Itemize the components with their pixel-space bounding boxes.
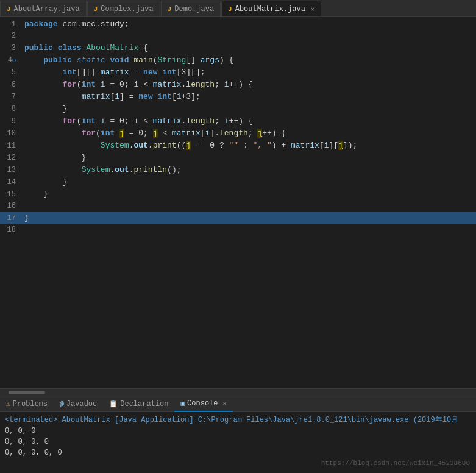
line-number-6: 6 bbox=[0, 79, 22, 91]
line-content-5: int[][] matrix = new int[3][]; bbox=[22, 66, 205, 78]
btab-close-console[interactable]: ✕ bbox=[223, 400, 227, 407]
btab-icon-problems: ⚠ bbox=[6, 400, 10, 408]
line-number-3: 3 bbox=[0, 43, 22, 54]
line-number-12: 12 bbox=[0, 152, 22, 164]
line-content-3: public class AboutMatrix { bbox=[22, 42, 148, 54]
line-content-1: package com.mec.study; bbox=[22, 18, 129, 30]
code-editor[interactable]: 1package com.mec.study;23public class Ab… bbox=[0, 17, 476, 388]
code-line-1: 1package com.mec.study; bbox=[0, 18, 476, 30]
code-line-10: 10 for(int j = 0; j < matrix[i].length; … bbox=[0, 127, 476, 140]
code-line-12: 12 } bbox=[0, 152, 476, 164]
code-line-15: 15 } bbox=[0, 188, 476, 201]
code-line-16: 16 bbox=[0, 201, 476, 212]
code-line-18: 18 bbox=[0, 224, 476, 236]
tab-label-aboutmatrix: AboutMatrix.java bbox=[235, 5, 305, 13]
console-output-line-0: 0, 0, 0 bbox=[5, 425, 471, 436]
btab-problems[interactable]: ⚠Problems bbox=[0, 396, 54, 412]
code-line-2: 2 bbox=[0, 30, 476, 42]
code-line-4: 4⊖ public static void main(String[] args… bbox=[0, 54, 476, 66]
btab-icon-javadoc: @ bbox=[60, 400, 64, 408]
tab-demo[interactable]: JDemo.java bbox=[161, 1, 221, 16]
line-number-5: 5 bbox=[0, 67, 22, 79]
code-line-11: 11 System.out.print((j == 0 ? "" : ", ")… bbox=[0, 140, 476, 152]
console-terminated-line: <terminated> AboutMatrix [Java Applicati… bbox=[5, 414, 471, 425]
btab-label-console: Console bbox=[187, 399, 218, 408]
tab-bar: JAboutArray.javaJComplex.javaJDemo.javaJ… bbox=[0, 0, 476, 17]
line-number-14: 14 bbox=[0, 177, 22, 188]
line-number-10: 10 bbox=[0, 128, 22, 140]
code-line-14: 14 } bbox=[0, 176, 476, 188]
line-content-10: for(int j = 0; j < matrix[i].length; j++… bbox=[22, 127, 286, 139]
tab-icon-demo: J bbox=[168, 5, 172, 13]
line-content-8: } bbox=[22, 103, 67, 115]
line-number-4: 4⊖ bbox=[0, 55, 22, 66]
line-number-18: 18 bbox=[0, 224, 22, 236]
line-content-12: } bbox=[22, 152, 86, 163]
tab-label-demo: Demo.java bbox=[174, 5, 214, 13]
line-content-17: } bbox=[22, 212, 29, 224]
code-line-17: 17} bbox=[0, 212, 476, 224]
line-number-17: 17 bbox=[0, 213, 22, 224]
tab-aboutarray[interactable]: JAboutArray.java bbox=[0, 1, 87, 16]
line-content-13: System.out.println(); bbox=[22, 164, 181, 176]
line-content-14: } bbox=[22, 176, 67, 188]
line-content-4: public static void main(String[] args) { bbox=[22, 54, 233, 66]
code-line-9: 9 for(int i = 0; i < matrix.length; i++)… bbox=[0, 115, 476, 127]
line-number-16: 16 bbox=[0, 201, 22, 212]
line-number-15: 15 bbox=[0, 189, 22, 201]
line-number-7: 7 bbox=[0, 91, 22, 103]
tab-label-complex: Complex.java bbox=[101, 5, 153, 13]
btab-icon-console: ▣ bbox=[180, 399, 185, 407]
bottom-tab-bar: ⚠Problems@Javadoc📋Declaration▣Console✕ bbox=[0, 396, 476, 412]
horizontal-scrollbar[interactable] bbox=[0, 388, 476, 396]
btab-declaration[interactable]: 📋Declaration bbox=[103, 396, 174, 412]
code-line-5: 5 int[][] matrix = new int[3][]; bbox=[0, 66, 476, 79]
line-number-2: 2 bbox=[0, 30, 22, 42]
line-content-7: matrix[i] = new int[i+3]; bbox=[22, 91, 201, 102]
code-line-8: 8 } bbox=[0, 103, 476, 115]
line-number-1: 1 bbox=[0, 19, 22, 30]
code-line-7: 7 matrix[i] = new int[i+3]; bbox=[0, 91, 476, 103]
code-line-3: 3public class AboutMatrix { bbox=[0, 42, 476, 54]
watermark: https://blog.csdn.net/weixin_45238600 bbox=[321, 460, 470, 467]
tab-label-aboutarray: AboutArray.java bbox=[14, 5, 80, 13]
line-number-9: 9 bbox=[0, 116, 22, 127]
line-number-13: 13 bbox=[0, 165, 22, 176]
console-output-line-1: 0, 0, 0, 0 bbox=[5, 436, 471, 447]
tab-icon-aboutarray: J bbox=[7, 5, 11, 13]
console-output-line-2: 0, 0, 0, 0, 0 bbox=[5, 447, 471, 458]
tab-complex[interactable]: JComplex.java bbox=[87, 1, 160, 16]
tab-close-aboutmatrix[interactable]: ✕ bbox=[311, 5, 314, 13]
line-content-6: for(int i = 0; i < matrix.length; i++) { bbox=[22, 79, 253, 90]
tab-icon-complex: J bbox=[94, 5, 98, 13]
btab-icon-declaration: 📋 bbox=[109, 400, 118, 408]
line-content-9: for(int i = 0; i < matrix.length; i++) { bbox=[22, 115, 253, 127]
line-number-8: 8 bbox=[0, 104, 22, 115]
btab-javadoc[interactable]: @Javadoc bbox=[54, 396, 103, 412]
hscroll-thumb bbox=[9, 391, 45, 394]
code-line-13: 13 System.out.println(); bbox=[0, 164, 476, 176]
btab-label-problems: Problems bbox=[13, 400, 48, 408]
line-content-15: } bbox=[22, 188, 48, 200]
line-content-11: System.out.print((j == 0 ? "" : ", ") + … bbox=[22, 140, 357, 151]
code-line-6: 6 for(int i = 0; i < matrix.length; i++)… bbox=[0, 79, 476, 91]
tab-aboutmatrix[interactable]: JAboutMatrix.java✕ bbox=[221, 1, 321, 16]
btab-label-declaration: Declaration bbox=[120, 400, 168, 408]
line-number-11: 11 bbox=[0, 140, 22, 152]
btab-label-javadoc: Javadoc bbox=[66, 400, 97, 408]
btab-console[interactable]: ▣Console✕ bbox=[174, 396, 232, 412]
tab-icon-aboutmatrix: J bbox=[228, 5, 232, 13]
